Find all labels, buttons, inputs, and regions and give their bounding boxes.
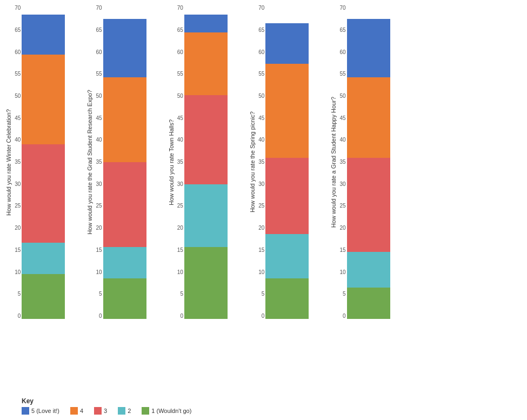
- legend-item-3: 2: [118, 407, 131, 415]
- stacked-bar-4: [347, 5, 390, 319]
- legend-item-4: 1 (Wouldn't go): [142, 407, 191, 415]
- stacked-bar-1: [103, 5, 146, 319]
- bar-segment-seg1-0: [22, 274, 65, 319]
- bar-segment-seg2-2: [184, 184, 228, 247]
- charts-area: How would you rate Winter Celebration?05…: [5, 5, 516, 393]
- bar-segment-seg4-1: [103, 77, 146, 162]
- bar-segment-seg2-0: [22, 243, 65, 274]
- y-axis-bar-3: 0510152025303540455055606570Spring Picni…: [258, 5, 325, 319]
- legend-items: 5 (Love it!)4321 (Wouldn't go): [22, 407, 191, 415]
- stacked-bar-2: [184, 5, 228, 319]
- bar-segment-seg4-4: [347, 77, 390, 158]
- legend: Key5 (Love it!)4321 (Wouldn't go): [5, 397, 516, 415]
- bar-segment-seg2-1: [103, 247, 146, 278]
- bar-segment-seg1-2: [184, 247, 228, 319]
- y-axis-3: 0510152025303540455055606570: [258, 5, 264, 319]
- bar-segment-seg3-1: [103, 162, 146, 247]
- chart-item-4: How would you rate a Grad Student Happy …: [330, 5, 406, 319]
- legend-color-1: [70, 407, 78, 415]
- chart-item-2: How would you rate Town Halls?0510152025…: [168, 5, 244, 319]
- bar-segment-seg2-4: [347, 252, 390, 288]
- bar-segment-seg5-2: [184, 15, 228, 32]
- bar-column-0: Winter Celebration: [22, 5, 81, 319]
- bar-column-2: Town Hall: [184, 5, 244, 319]
- bar-segment-seg5-4: [347, 19, 390, 77]
- bar-segment-seg1-4: [347, 288, 390, 319]
- y-axis-bar-1: 0510152025303540455055606570Expo: [96, 5, 163, 319]
- legend-item-0: 5 (Love it!): [22, 407, 59, 415]
- bar-segment-seg4-0: [22, 55, 65, 144]
- legend-section: Key5 (Love it!)4321 (Wouldn't go): [22, 397, 191, 415]
- bar-segment-seg3-4: [347, 158, 390, 252]
- bar-segment-seg2-3: [265, 234, 309, 279]
- stacked-bar-0: [22, 5, 65, 319]
- bar-segment-seg1-3: [265, 278, 309, 319]
- chart-item-3: How would you rate the Spring picnic?051…: [249, 5, 325, 319]
- y-axis-bar-4: 0510152025303540455055606570Happy Hour: [339, 5, 406, 319]
- bar-segment-seg4-3: [265, 64, 309, 158]
- bar-segment-seg5-1: [103, 19, 146, 77]
- bar-segment-seg3-2: [184, 95, 228, 185]
- legend-label-4: 1 (Wouldn't go): [151, 408, 191, 414]
- bar-segment-seg5-0: [22, 15, 65, 55]
- bar-segment-seg1-1: [103, 278, 146, 319]
- bar-segment-seg4-2: [184, 32, 228, 95]
- y-axis-1: 0510152025303540455055606570: [96, 5, 102, 319]
- y-axis-2: 0510152025303540455055606570: [177, 5, 183, 319]
- legend-color-3: [118, 407, 125, 415]
- bar-column-1: Expo: [103, 5, 163, 319]
- y-axis-0: 0510152025303540455055606570: [15, 5, 21, 319]
- legend-label-2: 3: [104, 408, 107, 414]
- chart-label-0: How would you rate Winter Celebration?: [5, 109, 12, 216]
- legend-color-0: [22, 407, 29, 415]
- chart-label-3: How would you rate the Spring picnic?: [249, 111, 256, 212]
- bar-column-3: Spring Picnic: [265, 5, 325, 319]
- bar-column-4: Happy Hour: [347, 5, 406, 319]
- chart-item-0: How would you rate Winter Celebration?05…: [5, 5, 81, 319]
- y-axis-bar-2: 0510152025303540455055606570Town Hall: [177, 5, 244, 319]
- bar-segment-seg3-0: [22, 144, 65, 243]
- legend-label-0: 5 (Love it!): [31, 408, 59, 414]
- chart-label-2: How would you rate Town Halls?: [168, 119, 175, 205]
- legend-item-2: 3: [94, 407, 107, 415]
- y-axis-4: 0510152025303540455055606570: [339, 5, 345, 319]
- chart-container: How would you rate Winter Celebration?05…: [0, 0, 527, 420]
- legend-color-4: [142, 407, 149, 415]
- stacked-bar-3: [265, 5, 309, 319]
- legend-color-2: [94, 407, 102, 415]
- chart-item-1: How would you rate the Grad Student Rese…: [86, 5, 162, 319]
- chart-label-1: How would you rate the Grad Student Rese…: [86, 90, 94, 235]
- legend-label-3: 2: [128, 408, 131, 414]
- bar-segment-seg3-3: [265, 158, 309, 234]
- y-axis-bar-0: 0510152025303540455055606570Winter Celeb…: [15, 5, 81, 319]
- legend-item-1: 4: [70, 407, 83, 415]
- legend-label-1: 4: [80, 408, 83, 414]
- chart-label-4: How would you rate a Grad Student Happy …: [330, 97, 337, 228]
- legend-title: Key: [22, 397, 191, 405]
- bar-segment-seg5-3: [265, 23, 309, 64]
